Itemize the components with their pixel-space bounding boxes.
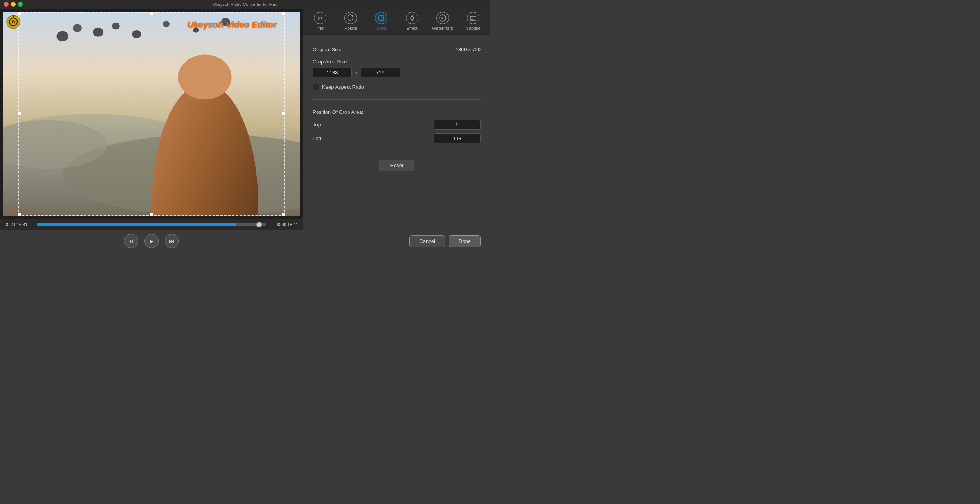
- tab-crop-label: Crop: [377, 26, 386, 31]
- app-logo: [6, 15, 20, 29]
- video-preview: Ukeysoft Video Editor: [3, 12, 300, 216]
- tab-crop[interactable]: Crop: [366, 9, 396, 34]
- tab-watermark[interactable]: A Watermark: [427, 9, 458, 34]
- rotate-icon: [344, 12, 357, 24]
- svg-point-13: [132, 30, 141, 38]
- progress-bar[interactable]: [37, 223, 266, 226]
- current-time: 00:04:16.81: [5, 222, 33, 227]
- crop-size-inputs: x: [313, 68, 481, 77]
- toolbar-tabs: ✂ Trim Rotate: [303, 9, 490, 35]
- watermark-icon: A: [436, 12, 449, 24]
- crop-icon: [375, 12, 387, 24]
- position-section-title: Position Of Crop Area:: [313, 109, 481, 115]
- tab-watermark-label: Watermark: [432, 26, 453, 31]
- crop-separator: x: [355, 70, 358, 76]
- tab-trim[interactable]: ✂ Trim: [305, 9, 335, 34]
- crop-height-input[interactable]: [361, 68, 400, 77]
- cancel-button[interactable]: Cancel: [409, 235, 445, 247]
- svg-point-14: [163, 21, 170, 27]
- left-input[interactable]: [434, 133, 481, 143]
- left-label: Left:: [313, 135, 332, 141]
- effect-icon: [406, 12, 418, 24]
- maximize-button[interactable]: [18, 2, 23, 7]
- svg-point-10: [73, 24, 82, 32]
- main-container: Ukeysoft Video Editor 00:04:16.81: [0, 9, 490, 252]
- tab-rotate-label: Rotate: [344, 26, 357, 31]
- tab-effect[interactable]: Effect: [397, 9, 427, 34]
- tab-effect-label: Effect: [407, 26, 418, 31]
- play-button[interactable]: ▶: [144, 234, 159, 248]
- crop-area-size-label: Crop Area Size:: [313, 59, 348, 65]
- keep-aspect-ratio-row: Keep Aspect Ratio: [313, 84, 481, 90]
- svg-point-11: [93, 28, 103, 37]
- close-button[interactable]: [4, 2, 9, 7]
- svg-point-18: [178, 55, 231, 100]
- crop-panel: Original Size: 1360 x 720 Crop Area Size…: [303, 35, 490, 230]
- svg-rect-29: [470, 16, 476, 20]
- timeline-bar: 00:04:16.81 00:00:18.41: [0, 219, 303, 230]
- top-label: Top:: [313, 122, 332, 128]
- minimize-button[interactable]: [11, 2, 16, 7]
- titlebar-buttons: [4, 2, 23, 7]
- done-button[interactable]: Done: [449, 235, 481, 247]
- crop-area-label-row: Crop Area Size:: [313, 59, 481, 65]
- trim-icon: ✂: [314, 12, 326, 24]
- tab-subtitle[interactable]: Subtitle: [458, 9, 488, 34]
- progress-thumb[interactable]: [256, 222, 262, 227]
- video-title-overlay: Ukeysoft Video Editor: [187, 20, 276, 30]
- titlebar: Ukeysoft Video Converter for Mac: [0, 0, 490, 9]
- original-size-value: 1360 x 720: [456, 47, 481, 52]
- top-input[interactable]: [434, 120, 481, 130]
- section-divider: [313, 99, 481, 100]
- tab-rotate[interactable]: Rotate: [335, 9, 366, 34]
- svg-point-12: [112, 23, 120, 30]
- keep-aspect-checkbox[interactable]: [313, 84, 319, 90]
- position-section: Position Of Crop Area: Top: Left:: [313, 109, 481, 147]
- original-size-label: Original Size:: [313, 47, 343, 52]
- video-section: Ukeysoft Video Editor 00:04:16.81: [0, 9, 303, 252]
- svg-point-4: [13, 21, 14, 23]
- prev-button[interactable]: ⏮: [124, 234, 138, 248]
- position-left-row: Left:: [313, 133, 481, 143]
- remaining-time: 00:00:18.41: [270, 222, 298, 227]
- svg-point-9: [56, 31, 68, 41]
- original-size-row: Original Size: 1360 x 720: [313, 47, 481, 52]
- tab-subtitle-label: Subtitle: [466, 26, 481, 31]
- subtitle-icon: [467, 12, 479, 24]
- bottom-actions: Cancel Done: [303, 230, 490, 252]
- svg-point-22: [411, 16, 414, 20]
- position-top-row: Top:: [313, 120, 481, 130]
- progress-fill: [37, 223, 236, 226]
- tab-trim-label: Trim: [316, 26, 324, 31]
- next-button[interactable]: ⏭: [165, 234, 179, 248]
- window-title: Ukeysoft Video Converter for Mac: [213, 2, 277, 7]
- crop-width-input[interactable]: [313, 68, 352, 77]
- progress-track: [37, 223, 266, 226]
- video-frame: Ukeysoft Video Editor: [3, 12, 300, 216]
- right-panel: ✂ Trim Rotate: [303, 9, 490, 252]
- reset-button[interactable]: Reset: [379, 160, 415, 171]
- keep-aspect-label: Keep Aspect Ratio: [322, 84, 364, 90]
- playback-controls: ⏮ ▶ ⏭: [0, 230, 303, 252]
- crop-area-size-section: Crop Area Size: x: [313, 59, 481, 77]
